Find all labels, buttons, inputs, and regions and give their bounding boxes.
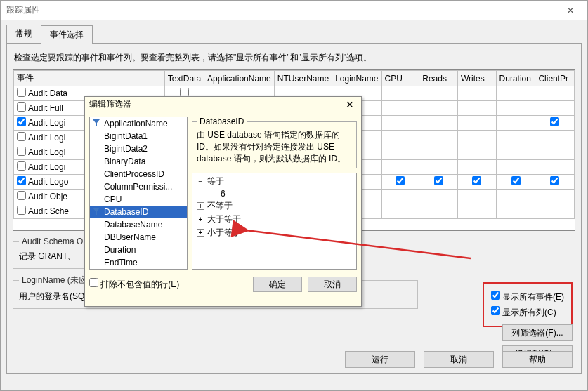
filter-list-item[interactable]: ClientProcessID: [90, 168, 187, 180]
filter-desc-legend: DatabaseID: [197, 117, 247, 126]
event-checkbox[interactable]: [17, 161, 26, 171]
filter-list-item[interactable]: BigintData2: [90, 143, 187, 155]
tree-collapse-icon[interactable]: −: [197, 178, 204, 185]
filter-list-item[interactable]: ApplicationName: [90, 117, 187, 130]
event-checkbox[interactable]: [17, 132, 26, 141]
cell-checkbox[interactable]: [434, 176, 443, 185]
filter-list-item[interactable]: DatabaseID: [90, 206, 187, 218]
col-cpu[interactable]: CPU: [381, 71, 419, 86]
window-title: 跟踪属性: [6, 4, 559, 16]
col-login[interactable]: LoginName: [332, 71, 381, 86]
tree-expand-icon[interactable]: +: [197, 202, 204, 210]
show-all-events[interactable]: 显示所有事件(E): [491, 291, 564, 303]
filter-list-item[interactable]: BinaryData: [90, 155, 187, 168]
col-textdata[interactable]: TextData: [164, 71, 204, 86]
exclude-null-rows[interactable]: 排除不包含值的行(E): [89, 278, 247, 291]
cell-checkbox[interactable]: [472, 176, 481, 185]
filter-desc-fieldset: DatabaseID 由 USE database 语句指定的数据库的 ID。如…: [192, 117, 357, 168]
filter-list-item[interactable]: DBUserName: [90, 231, 187, 244]
col-event[interactable]: 事件: [14, 71, 165, 86]
tree-expand-icon[interactable]: +: [197, 229, 204, 237]
cell-checkbox[interactable]: [511, 176, 521, 185]
filter-ok-button[interactable]: 确定: [253, 277, 302, 292]
event-checkbox[interactable]: [17, 176, 26, 185]
show-all-columns[interactable]: 显示所有列(C): [491, 306, 564, 319]
event-checkbox[interactable]: [17, 191, 26, 200]
filter-list-item[interactable]: Duration: [90, 244, 187, 256]
col-reads[interactable]: Reads: [419, 71, 458, 86]
filter-list-item[interactable]: CPU: [90, 193, 187, 206]
show-all-columns-checkbox[interactable]: [491, 306, 500, 315]
filter-close-icon[interactable]: ✕: [343, 99, 357, 110]
filter-list-item[interactable]: EndTime: [90, 256, 187, 269]
filter-list-item[interactable]: DatabaseName: [90, 218, 187, 231]
filter-list-item[interactable]: Error: [90, 269, 187, 270]
col-duration[interactable]: Duration: [496, 71, 535, 86]
filter-cancel-button[interactable]: 取消: [308, 277, 357, 292]
filter-dialog-title: 编辑筛选器: [89, 98, 343, 110]
instruction-text: 检查选定要跟踪的事件和事件列。要查看完整列表，请选择"显示所有事件"和"显示所有…: [14, 52, 574, 64]
col-appname[interactable]: ApplicationName: [204, 71, 275, 86]
tree-expand-icon[interactable]: +: [197, 216, 204, 223]
cancel-button[interactable]: 取消: [424, 351, 494, 368]
help-button[interactable]: 帮助: [502, 351, 573, 368]
tab-general[interactable]: 常规: [6, 25, 41, 43]
filter-desc-text: 由 USE database 语句指定的数据库的 ID。如果没有针对给定连接发出…: [197, 129, 352, 165]
event-checkbox[interactable]: [17, 102, 26, 112]
event-checkbox[interactable]: [17, 206, 26, 215]
filter-value[interactable]: 6: [194, 188, 355, 199]
run-button[interactable]: 运行: [345, 351, 415, 368]
event-checkbox[interactable]: [17, 147, 26, 156]
event-checkbox[interactable]: [17, 88, 26, 97]
cell-checkbox[interactable]: [550, 117, 559, 126]
column-filter-button[interactable]: 列筛选器(F)...: [502, 324, 573, 341]
cell-checkbox[interactable]: [550, 176, 559, 185]
event-checkbox[interactable]: [17, 117, 26, 126]
filter-list-item[interactable]: BigintData1: [90, 130, 187, 143]
close-icon[interactable]: ✕: [559, 4, 582, 18]
col-clientpr[interactable]: ClientPr: [535, 71, 575, 86]
cell-checkbox[interactable]: [396, 176, 405, 185]
filter-column-list[interactable]: ApplicationNameBigintData1BigintData2Bin…: [89, 117, 188, 270]
tab-events[interactable]: 事件选择: [41, 25, 93, 44]
show-all-events-checkbox[interactable]: [491, 291, 500, 300]
exclude-null-checkbox[interactable]: [89, 278, 98, 287]
filter-list-item[interactable]: ColumnPermissi...: [90, 180, 187, 193]
col-writes[interactable]: Writes: [457, 71, 496, 86]
filter-tree[interactable]: −等于 6 +不等于 +大于等于 +小于等于: [192, 173, 357, 270]
col-ntuser[interactable]: NTUserName: [274, 71, 332, 86]
